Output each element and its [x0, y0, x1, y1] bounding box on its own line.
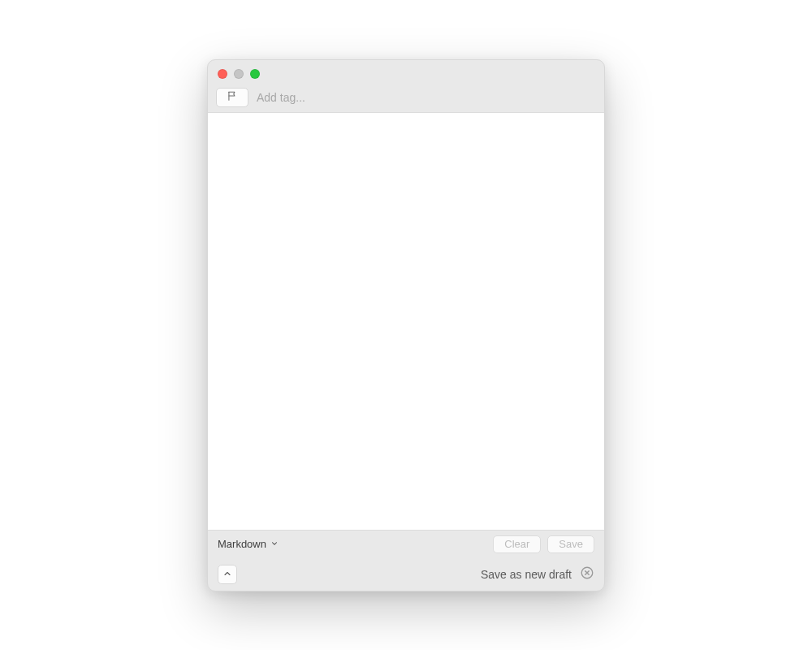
format-dropdown[interactable]: Markdown	[218, 538, 279, 550]
chevron-up-icon	[222, 567, 232, 582]
tag-input[interactable]	[257, 91, 596, 104]
flag-icon	[227, 90, 238, 105]
expand-button[interactable]	[218, 565, 237, 584]
quick-entry-window: Markdown Clear Save Save as new draft	[207, 59, 605, 592]
format-label: Markdown	[218, 538, 266, 550]
dismiss-draft-button[interactable]	[580, 567, 594, 582]
tag-toolbar	[208, 83, 604, 112]
titlebar	[208, 65, 604, 83]
flag-button[interactable]	[216, 88, 248, 107]
window-minimize-button[interactable]	[234, 69, 244, 79]
window-zoom-button[interactable]	[250, 69, 260, 79]
save-button-label: Save	[559, 538, 583, 550]
editor-area[interactable]	[208, 112, 604, 531]
save-button[interactable]: Save	[547, 535, 594, 553]
close-circle-icon	[580, 566, 594, 583]
chevron-down-icon	[270, 538, 279, 550]
clear-button-label: Clear	[504, 538, 529, 550]
window-close-button[interactable]	[218, 69, 227, 79]
draft-bar: Save as new draft	[208, 558, 604, 591]
format-bar: Markdown Clear Save	[208, 531, 604, 558]
clear-button[interactable]: Clear	[493, 535, 541, 553]
save-as-draft-label[interactable]: Save as new draft	[481, 568, 572, 581]
